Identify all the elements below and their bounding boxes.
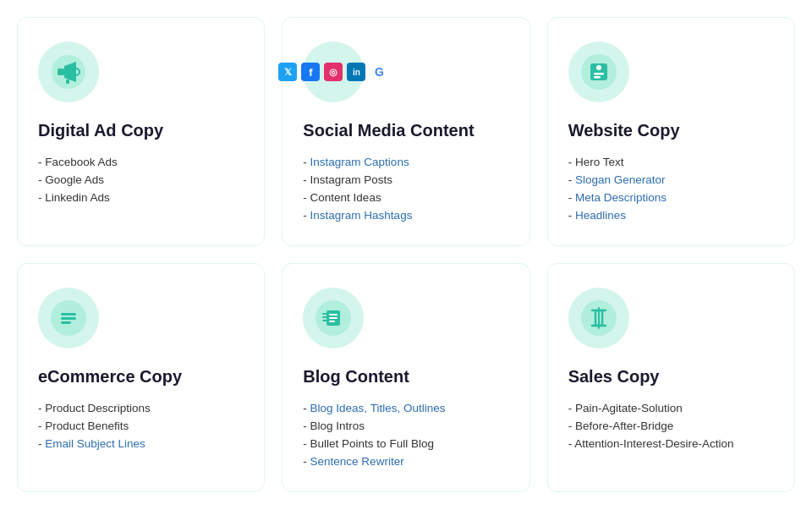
meta-descriptions-link[interactable]: Meta Descriptions bbox=[575, 191, 667, 204]
card-title-blog: Blog Content bbox=[303, 367, 508, 387]
list-item[interactable]: Email Subject Lines bbox=[38, 437, 244, 450]
card-sales-copy: Sales Copy Pain-Agitate-Solution Before-… bbox=[547, 263, 795, 492]
card-icon-social-media: 𝕏 f ◎ in G bbox=[303, 41, 364, 102]
list-item: Product Benefits bbox=[38, 420, 244, 432]
svg-rect-1 bbox=[58, 69, 64, 75]
card-title-social-media: Social Media Content bbox=[303, 121, 508, 140]
slogan-generator-link[interactable]: Slogan Generator bbox=[575, 173, 666, 186]
list-item: Product Descriptions bbox=[38, 402, 244, 414]
card-title-website-copy: Website Copy bbox=[568, 121, 774, 140]
card-ecommerce-copy: eCommerce Copy Product Descriptions Prod… bbox=[17, 263, 265, 492]
twitter-icon: 𝕏 bbox=[278, 63, 297, 81]
card-social-media-content: 𝕏 f ◎ in G Social Media Content Instagra… bbox=[282, 17, 529, 246]
linkedin-icon: in bbox=[347, 63, 365, 81]
instagram-hashtags-link[interactable]: Instagram Hashtags bbox=[310, 209, 413, 222]
google-icon: G bbox=[370, 63, 388, 81]
list-item[interactable]: Sentence Rewriter bbox=[303, 455, 508, 468]
card-items-social-media: Instagram Captions Instagram Posts Conte… bbox=[303, 156, 508, 222]
list-item: Blog Intros bbox=[303, 420, 508, 432]
blog-ideas-link[interactable]: Blog Ideas, Titles, Outlines bbox=[310, 402, 446, 414]
instagram-icon: ◎ bbox=[324, 63, 343, 81]
svg-rect-13 bbox=[61, 321, 71, 324]
card-icon-digital-ad-copy bbox=[38, 41, 99, 102]
card-website-copy: Website Copy Hero Text Slogan Generator … bbox=[547, 17, 795, 246]
list-item[interactable]: Slogan Generator bbox=[568, 173, 774, 186]
list-item[interactable]: Instagram Captions bbox=[303, 156, 508, 168]
instagram-captions-link[interactable]: Instagram Captions bbox=[310, 156, 409, 168]
list-item: Instagram Posts bbox=[303, 173, 508, 186]
svg-rect-3 bbox=[66, 80, 69, 84]
list-item[interactable]: Blog Ideas, Titles, Outlines bbox=[303, 402, 508, 414]
svg-rect-11 bbox=[61, 313, 76, 315]
card-title-ecommerce: eCommerce Copy bbox=[38, 367, 244, 387]
card-items-sales: Pain-Agitate-Solution Before-After-Bridg… bbox=[568, 402, 774, 450]
list-item: Google Ads bbox=[38, 173, 244, 186]
list-item: Content Ideas bbox=[303, 191, 508, 204]
svg-rect-18 bbox=[329, 321, 335, 322]
social-icons-row: 𝕏 f ◎ in G bbox=[278, 63, 388, 81]
card-items-digital-ad-copy: Facebook Ads Google Ads Linkedin Ads bbox=[38, 156, 244, 204]
card-items-blog: Blog Ideas, Titles, Outlines Blog Intros… bbox=[303, 402, 508, 468]
card-digital-ad-copy: Digital Ad Copy Facebook Ads Google Ads … bbox=[17, 17, 265, 246]
svg-rect-12 bbox=[61, 317, 76, 320]
list-item: Facebook Ads bbox=[38, 156, 244, 168]
list-item: Pain-Agitate-Solution bbox=[568, 402, 774, 414]
list-item[interactable]: Instagram Hashtags bbox=[303, 209, 508, 222]
facebook-icon: f bbox=[301, 63, 320, 81]
svg-rect-16 bbox=[329, 314, 337, 315]
svg-rect-8 bbox=[594, 73, 604, 75]
email-subject-lines-link[interactable]: Email Subject Lines bbox=[45, 437, 145, 450]
list-item: Attention-Interest-Desire-Action bbox=[568, 437, 774, 450]
card-icon-sales bbox=[568, 288, 629, 348]
list-item[interactable]: Headlines bbox=[568, 209, 774, 222]
card-items-ecommerce: Product Descriptions Product Benefits Em… bbox=[38, 402, 244, 450]
list-item: Before-After-Bridge bbox=[568, 420, 774, 432]
list-item[interactable]: Meta Descriptions bbox=[568, 191, 774, 204]
svg-rect-17 bbox=[329, 317, 337, 319]
card-icon-blog bbox=[303, 288, 364, 348]
card-icon-website bbox=[568, 41, 629, 102]
list-item: Hero Text bbox=[568, 156, 774, 168]
sentence-rewriter-link[interactable]: Sentence Rewriter bbox=[310, 455, 404, 468]
card-title-sales: Sales Copy bbox=[568, 367, 774, 387]
card-items-website-copy: Hero Text Slogan Generator Meta Descript… bbox=[568, 156, 774, 222]
cards-grid: Digital Ad Copy Facebook Ads Google Ads … bbox=[17, 17, 795, 492]
svg-point-7 bbox=[596, 65, 601, 70]
svg-rect-9 bbox=[594, 76, 601, 79]
card-icon-ecommerce bbox=[38, 288, 99, 348]
headlines-link[interactable]: Headlines bbox=[575, 209, 626, 222]
card-blog-content: Blog Content Blog Ideas, Titles, Outline… bbox=[282, 263, 529, 492]
card-title-digital-ad-copy: Digital Ad Copy bbox=[38, 121, 244, 140]
list-item: Bullet Points to Full Blog bbox=[303, 437, 508, 450]
list-item: Linkedin Ads bbox=[38, 191, 244, 204]
